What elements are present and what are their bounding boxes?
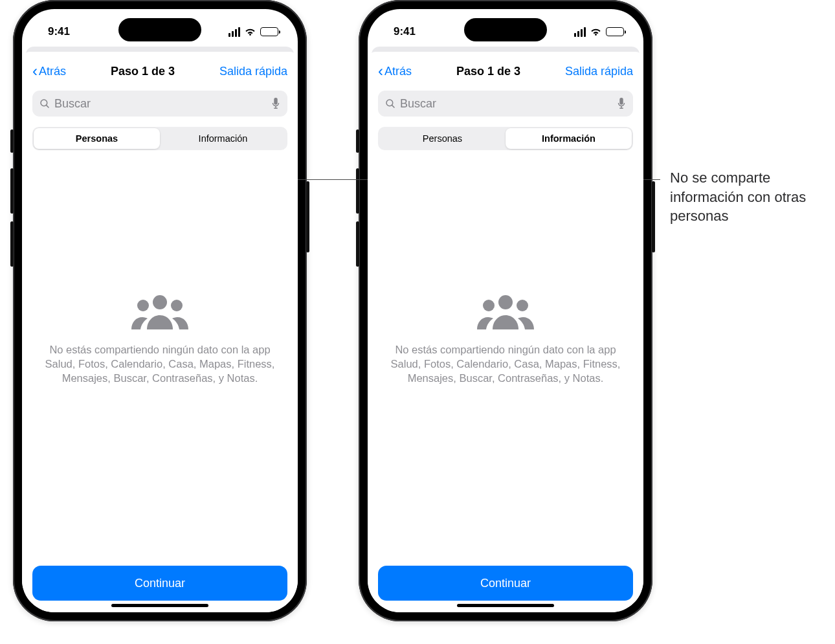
empty-state: No estás compartiendo ningún dato con la… bbox=[32, 150, 287, 566]
wifi-icon bbox=[244, 27, 256, 36]
status-time: 9:41 bbox=[394, 25, 416, 38]
wifi-icon bbox=[590, 27, 602, 36]
back-label: Atrás bbox=[39, 65, 66, 78]
svg-point-6 bbox=[137, 300, 149, 311]
people-group-icon bbox=[473, 292, 538, 331]
nav-bar: ‹ Atrás Paso 1 de 3 Salida rápida bbox=[378, 61, 633, 82]
tab-information[interactable]: Información bbox=[506, 128, 632, 149]
svg-point-5 bbox=[153, 295, 167, 309]
tab-people[interactable]: Personas bbox=[379, 128, 506, 149]
iphone-frame-right: 9:41 ‹ Atrás Paso 1 de 3 Salida rápida bbox=[359, 0, 652, 621]
svg-line-9 bbox=[392, 105, 394, 107]
home-indicator[interactable] bbox=[111, 604, 208, 607]
continue-button[interactable]: Continuar bbox=[32, 566, 287, 601]
back-button[interactable]: ‹ Atrás bbox=[32, 63, 66, 79]
tab-information[interactable]: Información bbox=[160, 128, 286, 149]
dynamic-island bbox=[118, 18, 201, 41]
search-input[interactable] bbox=[54, 97, 267, 111]
chevron-left-icon: ‹ bbox=[32, 63, 38, 79]
status-time: 9:41 bbox=[48, 25, 70, 38]
people-group-icon bbox=[128, 292, 192, 331]
empty-state: No estás compartiendo ningún dato con la… bbox=[378, 150, 633, 566]
page-title: Paso 1 de 3 bbox=[111, 65, 175, 78]
svg-point-13 bbox=[498, 295, 513, 309]
empty-message: No estás compartiendo ningún dato con la… bbox=[43, 342, 276, 386]
mic-icon[interactable] bbox=[616, 97, 627, 110]
mic-icon[interactable] bbox=[271, 97, 281, 110]
svg-rect-10 bbox=[619, 98, 623, 105]
battery-icon bbox=[606, 27, 624, 36]
back-label: Atrás bbox=[384, 65, 412, 78]
segmented-control: Personas Información bbox=[32, 127, 287, 150]
svg-point-7 bbox=[171, 300, 183, 311]
search-field[interactable] bbox=[378, 91, 633, 117]
segmented-control: Personas Información bbox=[378, 127, 633, 150]
search-input[interactable] bbox=[400, 97, 612, 111]
search-icon bbox=[39, 98, 50, 109]
cellular-signal-icon bbox=[574, 27, 586, 37]
svg-line-1 bbox=[47, 105, 49, 107]
svg-point-14 bbox=[483, 300, 495, 311]
search-field[interactable] bbox=[32, 91, 287, 117]
iphone-frame-left: 9:41 ‹ Atrás Paso 1 de 3 Salida rápida bbox=[13, 0, 307, 621]
svg-rect-2 bbox=[274, 98, 277, 105]
continue-button[interactable]: Continuar bbox=[378, 566, 633, 601]
tab-people[interactable]: Personas bbox=[34, 128, 160, 149]
search-icon bbox=[384, 98, 396, 109]
home-indicator[interactable] bbox=[457, 604, 554, 607]
back-button[interactable]: ‹ Atrás bbox=[378, 63, 412, 79]
quick-exit-button[interactable]: Salida rápida bbox=[565, 65, 633, 78]
quick-exit-button[interactable]: Salida rápida bbox=[219, 65, 287, 78]
empty-message: No estás compartiendo ningún dato con la… bbox=[389, 342, 622, 386]
battery-icon bbox=[260, 27, 278, 36]
nav-bar: ‹ Atrás Paso 1 de 3 Salida rápida bbox=[32, 61, 287, 82]
chevron-left-icon: ‹ bbox=[378, 63, 383, 79]
cellular-signal-icon bbox=[228, 27, 241, 37]
svg-point-15 bbox=[517, 300, 528, 311]
dynamic-island bbox=[464, 18, 547, 41]
callout-annotation: No se comparte información con otras per… bbox=[670, 168, 819, 226]
page-title: Paso 1 de 3 bbox=[456, 65, 520, 78]
